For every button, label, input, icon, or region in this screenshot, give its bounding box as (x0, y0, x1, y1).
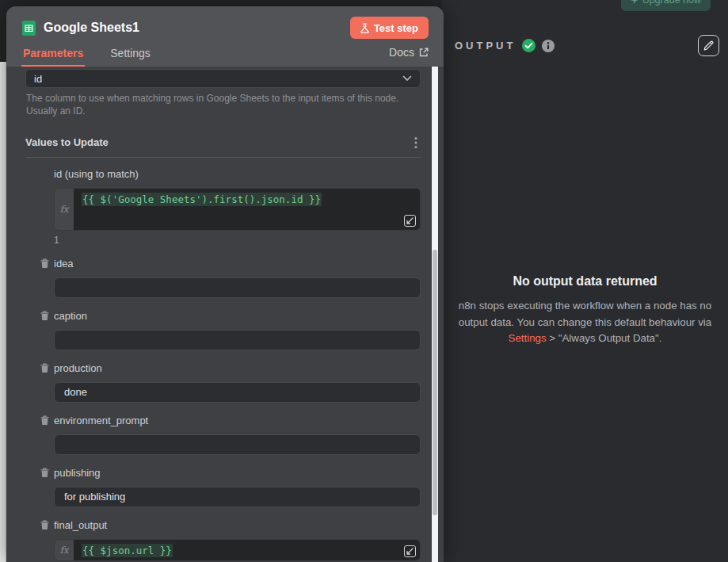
field-label: final_output (54, 519, 107, 531)
test-step-label: Test step (374, 22, 418, 34)
output-empty-state: No output data returned n8n stops execut… (452, 274, 718, 347)
field-label: publishing (54, 467, 101, 479)
success-check-icon (522, 39, 536, 52)
field-input-production[interactable] (54, 382, 421, 403)
delete-field-icon[interactable] (40, 258, 49, 269)
match-expression-result: 1 (54, 235, 421, 246)
column-to-match-value: id (34, 73, 42, 85)
expand-expression-icon[interactable] (404, 545, 416, 557)
field-label: idea (54, 258, 74, 270)
output-panel-title: OUTPUT (455, 40, 516, 52)
match-expression-text[interactable]: {{ $('Google Sheets').first().json.id }} (82, 193, 322, 206)
node-detail-modal: Google Sheets1 Test step Parameters Sett… (6, 6, 444, 562)
empty-state-body: n8n stops executing the workflow when a … (452, 298, 718, 347)
google-sheets-icon (22, 21, 36, 36)
section-divider (25, 157, 421, 158)
field-input-caption[interactable] (54, 330, 421, 350)
pencil-icon (703, 40, 714, 51)
field-input-environment-prompt[interactable] (54, 434, 421, 455)
delete-field-icon[interactable] (40, 520, 49, 530)
field-input-publishing[interactable] (54, 487, 421, 507)
edit-output-button[interactable] (698, 35, 719, 56)
field-label: caption (54, 310, 87, 322)
docs-link[interactable]: Docs (389, 46, 429, 67)
docs-label: Docs (389, 46, 414, 59)
delete-field-icon[interactable] (40, 468, 49, 478)
upgrade-now-label: Upgrade now (642, 0, 701, 6)
final-output-expression-text[interactable]: {{ $json.url }} (82, 544, 173, 557)
field-label: production (54, 362, 102, 374)
field-row-environment-prompt: environment_prompt (54, 415, 421, 427)
expand-expression-icon[interactable] (404, 215, 416, 227)
external-link-icon (419, 48, 429, 57)
values-to-update-title: Values to Update (25, 136, 109, 148)
match-field-expression[interactable]: fx {{ $('Google Sheets').first().json.id… (54, 188, 421, 231)
tab-bar: Parameters Settings Docs (23, 39, 429, 67)
output-header: OUTPUT (455, 35, 719, 56)
empty-state-text-after: > "Always Output Data". (547, 332, 662, 344)
modal-header: Google Sheets1 Test step Parameters Sett… (6, 6, 444, 67)
field-row-caption: caption (54, 310, 421, 323)
delete-field-icon[interactable] (40, 415, 49, 426)
sparkle-icon (631, 0, 638, 4)
test-step-button[interactable]: Test step (350, 17, 429, 39)
match-field-row: id (using to match) (54, 168, 421, 181)
tab-settings[interactable]: Settings (110, 47, 151, 67)
chevron-down-icon (402, 75, 412, 82)
parameters-body: id The column to use when matching rows … (6, 67, 444, 562)
field-input-idea[interactable] (54, 277, 421, 298)
info-icon[interactable] (542, 40, 555, 52)
field-row-idea: idea (54, 258, 421, 270)
empty-state-title: No output data returned (452, 274, 718, 289)
field-label: environment_prompt (54, 415, 148, 426)
field-row-production: production (54, 362, 421, 375)
fx-icon: fx (55, 540, 74, 560)
fx-icon: fx (55, 189, 74, 230)
settings-link[interactable]: Settings (509, 332, 547, 344)
match-field-label: id (using to match) (54, 168, 139, 180)
field-row-publishing: publishing (54, 467, 421, 480)
flask-icon (360, 23, 369, 33)
node-title: Google Sheets1 (44, 21, 139, 35)
modal-scrollbar-track[interactable] (432, 67, 438, 562)
empty-state-text-before: n8n stops executing the workflow when a … (459, 300, 711, 328)
delete-field-icon[interactable] (40, 311, 49, 321)
modal-scrollbar-thumb[interactable] (433, 250, 437, 515)
tab-parameters[interactable]: Parameters (23, 47, 83, 67)
column-to-match-help: The column to use when matching rows in … (25, 93, 421, 118)
column-to-match-select[interactable]: id (25, 69, 421, 88)
final-output-expression[interactable]: fx {{ $json.url }} (54, 539, 421, 561)
output-panel: Upgrade now OUTPUT No (442, 0, 728, 562)
field-row-final-output: final_output (54, 519, 421, 532)
section-options-icon[interactable] (411, 135, 421, 151)
background-panel-edge (0, 62, 6, 562)
delete-field-icon[interactable] (40, 363, 49, 373)
values-to-update-section: Values to Update (25, 135, 421, 151)
upgrade-now-button[interactable]: Upgrade now (621, 0, 711, 11)
